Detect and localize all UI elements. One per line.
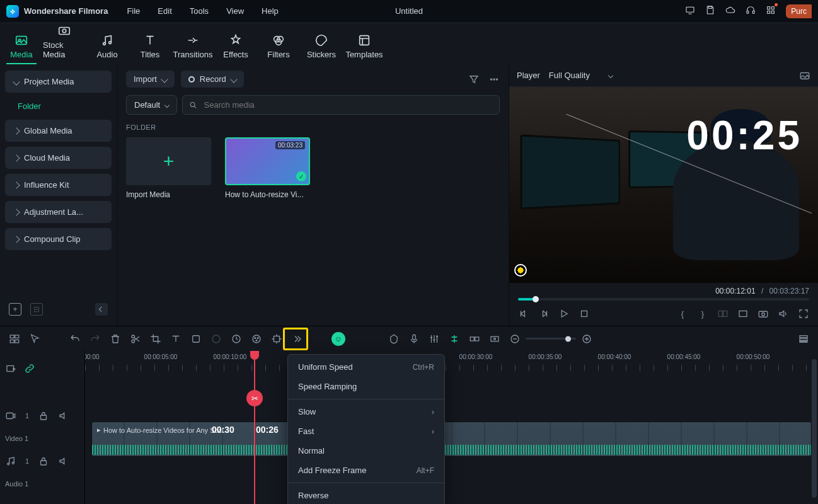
vertical-scrollbar[interactable] [812, 359, 817, 498]
tab-transitions[interactable]: Transitions [171, 30, 214, 64]
cursor-icon[interactable] [29, 333, 40, 345]
filter-icon[interactable] [468, 74, 480, 85]
sidebar-item-compound-clip[interactable]: Compound Clip [5, 228, 112, 250]
mute-audio-icon[interactable] [58, 455, 69, 467]
add-track-icon[interactable] [5, 363, 16, 374]
delete-icon[interactable] [110, 333, 121, 345]
menu-view[interactable]: View [226, 6, 244, 16]
tab-templates[interactable]: Templates [343, 30, 386, 64]
import-button[interactable]: Import [126, 71, 175, 88]
menu-uniform-speed[interactable]: Uniform SpeedCtrl+R [288, 357, 444, 377]
sidebar-item-global-media[interactable]: Global Media [5, 120, 112, 142]
menu-fast[interactable]: Fast› [288, 421, 444, 441]
aspect-icon[interactable] [737, 308, 749, 319]
audio-mix-icon[interactable] [429, 333, 440, 345]
speed-icon[interactable] [231, 333, 242, 345]
menu-file[interactable]: File [127, 6, 140, 16]
lock-icon[interactable] [38, 410, 49, 421]
crop-icon[interactable] [150, 333, 161, 345]
purchase-button[interactable]: Purc [786, 4, 812, 18]
snapshot-icon[interactable] [799, 70, 810, 81]
ai-button[interactable]: ☺ [331, 332, 345, 346]
save-icon[interactable] [705, 5, 715, 17]
video-track-header[interactable]: 1 [5, 404, 79, 427]
collapse-sidebar-icon[interactable] [95, 303, 108, 316]
quality-select[interactable]: Full Quality [549, 71, 613, 80]
menu-add-freeze-frame[interactable]: Add Freeze FrameAlt+F [288, 461, 444, 480]
tab-titles[interactable]: Titles [129, 30, 171, 64]
undo-icon[interactable] [69, 333, 81, 345]
snap-icon[interactable] [449, 333, 460, 345]
marker-icon[interactable] [388, 333, 400, 345]
import-media-tile[interactable]: + Import Media [126, 137, 211, 199]
menu-slow[interactable]: Slow› [288, 402, 444, 421]
sidebar-item-project-media[interactable]: Project Media [5, 71, 112, 93]
ripple-icon[interactable] [469, 333, 480, 345]
zoom-slider[interactable] [526, 338, 576, 340]
fullscreen-icon[interactable] [798, 308, 809, 319]
tab-stickers[interactable]: Stickers [300, 30, 343, 64]
zoom-out-icon[interactable] [509, 333, 521, 345]
timeline-clip[interactable]: ▸How to Auto-resize Videos for Any Soci.… [91, 421, 812, 457]
media-clip-tile[interactable]: 00:03:23 ✓ How to Auto-resize Vi... [225, 137, 310, 199]
transform-icon[interactable] [271, 333, 282, 345]
mark-in-icon[interactable]: { [677, 308, 688, 319]
volume-icon[interactable] [778, 308, 789, 319]
sidebar-item-cloud-media[interactable]: Cloud Media [5, 147, 112, 169]
tab-stock-media[interactable]: Stock Media [43, 20, 86, 64]
progress-bar[interactable] [518, 298, 809, 301]
sidebar-item-folder[interactable]: Folder [5, 98, 112, 115]
more-icon[interactable] [488, 74, 500, 85]
play-icon[interactable] [558, 308, 570, 319]
screen-icon[interactable] [685, 5, 695, 17]
apps-icon[interactable] [766, 5, 776, 17]
sidebar-item-influence-kit[interactable]: Influence Kit [5, 174, 112, 196]
headset-icon[interactable] [746, 5, 756, 17]
color-icon[interactable] [251, 333, 262, 345]
tab-audio[interactable]: Audio [86, 30, 129, 64]
audio-track-header[interactable]: 1 [5, 450, 79, 472]
redo-icon[interactable] [89, 333, 101, 345]
new-bin-icon[interactable]: ⊟ [30, 303, 43, 316]
tab-effects[interactable]: Effects [214, 30, 257, 64]
record-button[interactable]: Record [181, 71, 244, 88]
tab-media[interactable]: Media [0, 30, 43, 64]
snapshot2-icon[interactable] [758, 308, 769, 319]
mark-out-icon[interactable]: } [697, 308, 708, 319]
playhead[interactable]: ✂ [254, 351, 255, 504]
text-icon2[interactable] [170, 333, 181, 345]
preview-viewport[interactable]: 00:25 [509, 87, 818, 283]
menu-normal[interactable]: Normal [288, 441, 444, 461]
layout-icon[interactable] [9, 333, 20, 345]
menu-speed-ramping[interactable]: Speed Ramping [288, 377, 444, 396]
resize-handle-icon[interactable] [514, 264, 527, 277]
menu-help[interactable]: Help [262, 6, 279, 16]
scissors-icon[interactable]: ✂ [246, 390, 263, 406]
keyframe-icon[interactable] [489, 333, 500, 345]
search-field[interactable] [203, 100, 493, 110]
mute-video-icon[interactable] [58, 410, 69, 421]
cloud-icon[interactable] [725, 5, 735, 17]
mic-icon[interactable] [408, 333, 420, 345]
new-folder-icon[interactable]: + [9, 303, 21, 316]
menu-reverse[interactable]: Reverse [288, 486, 444, 504]
view-grid-icon[interactable] [798, 333, 809, 345]
split-icon[interactable] [130, 333, 141, 345]
zoom-in-icon[interactable] [581, 333, 592, 345]
next-frame-icon[interactable] [538, 308, 550, 319]
link-icon[interactable] [24, 363, 35, 374]
mask-icon[interactable] [190, 333, 202, 345]
prev-frame-icon[interactable] [518, 308, 529, 319]
menu-edit[interactable]: Edit [158, 6, 171, 16]
time-ruler[interactable]: 00:00 00:00:05:00 00:00:10:00 00: 00:00:… [85, 351, 818, 379]
menu-tools[interactable]: Tools [190, 6, 209, 16]
timeline-tracks[interactable]: 00:00 00:00:05:00 00:00:10:00 00: 00:00:… [85, 351, 818, 504]
lock-audio-icon[interactable] [38, 455, 49, 467]
compare-icon[interactable] [717, 308, 729, 319]
search-input[interactable] [182, 95, 500, 115]
sidebar-item-adjustment-layer[interactable]: Adjustment La... [5, 201, 112, 223]
tab-filters[interactable]: Filters [257, 30, 300, 64]
stop-icon[interactable] [579, 308, 590, 319]
more-tools-icon[interactable] [291, 333, 302, 345]
ai-mask-icon[interactable] [210, 333, 222, 345]
